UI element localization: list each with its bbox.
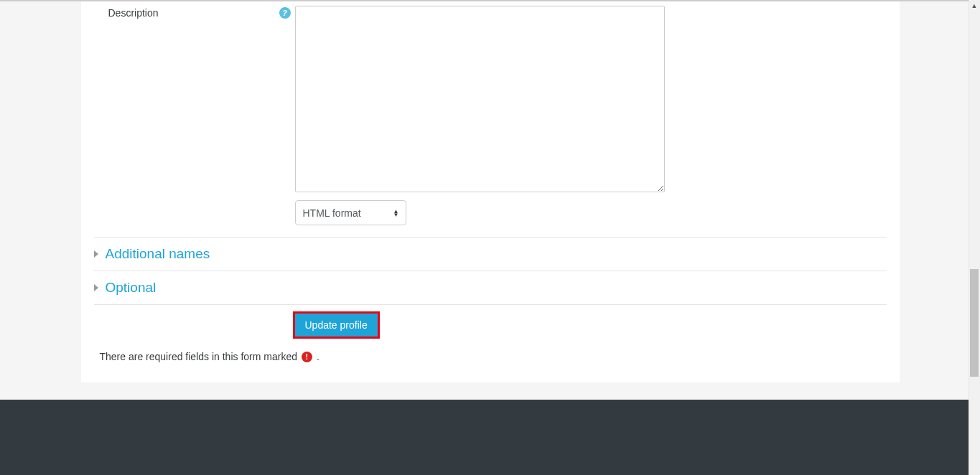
- section-optional[interactable]: Optional: [94, 271, 887, 305]
- format-select[interactable]: HTML format: [295, 200, 406, 225]
- required-note-suffix: .: [317, 351, 319, 362]
- required-note-text: There are required fields in this form m…: [100, 351, 297, 362]
- page-container: Description ? HTML format ▲ ▼ Addi: [0, 0, 980, 475]
- caret-right-icon: [94, 284, 98, 291]
- format-select-wrap: HTML format ▲ ▼: [295, 200, 406, 225]
- footer: [0, 400, 980, 475]
- description-label: Description: [108, 7, 159, 19]
- section-optional-title: Optional: [106, 280, 157, 296]
- required-note: There are required fields in this form m…: [94, 337, 887, 370]
- required-icon: !: [302, 352, 312, 362]
- caret-right-icon: [94, 250, 98, 258]
- section-additional-names-title: Additional names: [106, 246, 210, 262]
- scrollbar-track[interactable]: ▲: [969, 0, 980, 475]
- description-input-col: HTML format ▲ ▼: [295, 6, 887, 225]
- description-textarea[interactable]: [295, 6, 665, 192]
- description-label-col: Description ?: [94, 6, 295, 19]
- scrollbar-up-icon[interactable]: ▲: [969, 0, 980, 11]
- help-icon[interactable]: ?: [279, 7, 291, 19]
- description-row: Description ? HTML format ▲ ▼: [94, 1, 887, 230]
- content-card: Description ? HTML format ▲ ▼ Addi: [81, 1, 900, 382]
- update-profile-button[interactable]: Update profile: [295, 314, 378, 337]
- scrollbar-thumb[interactable]: [970, 269, 979, 377]
- submit-row: Update profile: [94, 305, 887, 337]
- section-additional-names[interactable]: Additional names: [94, 238, 887, 271]
